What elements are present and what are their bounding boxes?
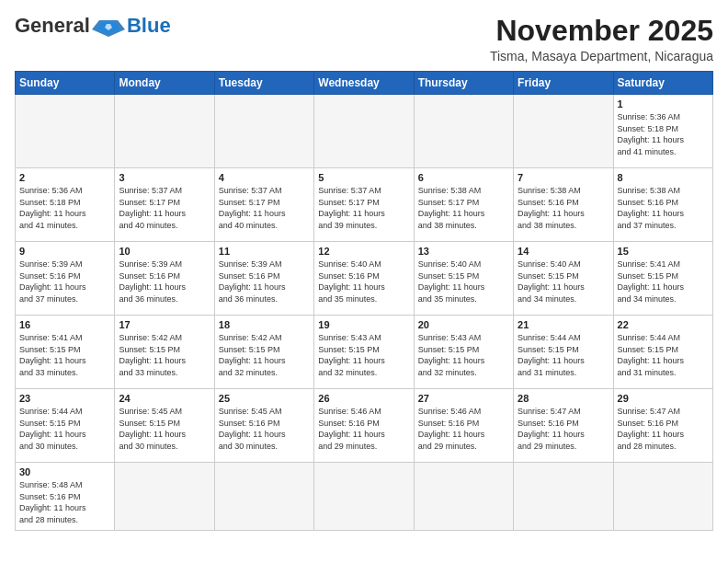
day-info: Sunrise: 5:46 AM Sunset: 5:16 PM Dayligh… — [318, 406, 409, 452]
calendar-cell — [613, 463, 712, 530]
title-area: November 2025 Tisma, Masaya Department, … — [490, 15, 713, 63]
day-info: Sunrise: 5:42 AM Sunset: 5:15 PM Dayligh… — [119, 332, 210, 378]
day-number: 4 — [219, 172, 310, 183]
calendar-cell: 20Sunrise: 5:43 AM Sunset: 5:15 PM Dayli… — [414, 316, 513, 389]
calendar-cell: 24Sunrise: 5:45 AM Sunset: 5:15 PM Dayli… — [115, 389, 214, 463]
calendar-cell: 10Sunrise: 5:39 AM Sunset: 5:16 PM Dayli… — [115, 242, 214, 316]
page-header: General Blue November 2025 Tisma, Masaya… — [15, 15, 713, 63]
day-info: Sunrise: 5:36 AM Sunset: 5:18 PM Dayligh… — [19, 185, 110, 231]
day-info: Sunrise: 5:45 AM Sunset: 5:16 PM Dayligh… — [219, 406, 310, 452]
day-number: 17 — [119, 319, 210, 330]
calendar-cell: 16Sunrise: 5:41 AM Sunset: 5:15 PM Dayli… — [16, 316, 115, 389]
day-info: Sunrise: 5:36 AM Sunset: 5:18 PM Dayligh… — [618, 111, 709, 157]
day-info: Sunrise: 5:38 AM Sunset: 5:17 PM Dayligh… — [418, 185, 509, 231]
calendar-week-5: 23Sunrise: 5:44 AM Sunset: 5:15 PM Dayli… — [16, 389, 713, 463]
day-info: Sunrise: 5:37 AM Sunset: 5:17 PM Dayligh… — [318, 185, 409, 231]
calendar-cell: 19Sunrise: 5:43 AM Sunset: 5:15 PM Dayli… — [314, 316, 414, 389]
calendar-cell: 9Sunrise: 5:39 AM Sunset: 5:16 PM Daylig… — [16, 242, 115, 316]
day-number: 9 — [19, 246, 110, 257]
calendar-week-3: 9Sunrise: 5:39 AM Sunset: 5:16 PM Daylig… — [16, 242, 713, 316]
calendar-week-2: 2Sunrise: 5:36 AM Sunset: 5:18 PM Daylig… — [16, 168, 713, 242]
calendar-week-1: 1Sunrise: 5:36 AM Sunset: 5:18 PM Daylig… — [16, 95, 713, 168]
day-number: 2 — [19, 172, 110, 183]
day-number: 8 — [618, 172, 709, 183]
day-number: 7 — [518, 172, 609, 183]
day-info: Sunrise: 5:44 AM Sunset: 5:15 PM Dayligh… — [518, 332, 609, 378]
day-number: 20 — [418, 319, 509, 330]
day-info: Sunrise: 5:43 AM Sunset: 5:15 PM Dayligh… — [318, 332, 409, 378]
day-info: Sunrise: 5:43 AM Sunset: 5:15 PM Dayligh… — [418, 332, 509, 378]
day-number: 19 — [318, 319, 409, 330]
calendar-week-4: 16Sunrise: 5:41 AM Sunset: 5:15 PM Dayli… — [16, 316, 713, 389]
calendar-cell: 7Sunrise: 5:38 AM Sunset: 5:16 PM Daylig… — [514, 168, 613, 242]
day-info: Sunrise: 5:42 AM Sunset: 5:15 PM Dayligh… — [219, 332, 310, 378]
calendar-cell — [314, 463, 414, 530]
day-number: 23 — [19, 393, 110, 404]
day-info: Sunrise: 5:46 AM Sunset: 5:16 PM Dayligh… — [418, 406, 509, 452]
day-headers-row: SundayMondayTuesdayWednesdayThursdayFrid… — [16, 72, 713, 95]
calendar-week-6: 30Sunrise: 5:48 AM Sunset: 5:16 PM Dayli… — [16, 463, 713, 530]
day-info: Sunrise: 5:44 AM Sunset: 5:15 PM Dayligh… — [618, 332, 709, 378]
day-info: Sunrise: 5:40 AM Sunset: 5:15 PM Dayligh… — [518, 259, 609, 304]
calendar-cell — [214, 95, 313, 168]
day-number: 3 — [119, 172, 210, 183]
logo-blue-text: Blue — [127, 16, 171, 36]
logo-general-text: General — [15, 16, 90, 36]
day-number: 6 — [418, 172, 509, 183]
calendar-cell: 25Sunrise: 5:45 AM Sunset: 5:16 PM Dayli… — [214, 389, 313, 463]
day-number: 25 — [219, 393, 310, 404]
calendar-cell: 22Sunrise: 5:44 AM Sunset: 5:15 PM Dayli… — [613, 316, 712, 389]
day-number: 29 — [618, 393, 709, 404]
calendar-cell: 26Sunrise: 5:46 AM Sunset: 5:16 PM Dayli… — [314, 389, 414, 463]
calendar-cell: 18Sunrise: 5:42 AM Sunset: 5:15 PM Dayli… — [214, 316, 313, 389]
day-info: Sunrise: 5:39 AM Sunset: 5:16 PM Dayligh… — [219, 259, 310, 304]
day-number: 27 — [418, 393, 509, 404]
calendar-cell: 27Sunrise: 5:46 AM Sunset: 5:16 PM Dayli… — [414, 389, 513, 463]
calendar-cell — [314, 95, 414, 168]
calendar-cell: 8Sunrise: 5:38 AM Sunset: 5:16 PM Daylig… — [613, 168, 712, 242]
day-number: 18 — [219, 319, 310, 330]
day-number: 1 — [618, 98, 709, 109]
day-number: 24 — [119, 393, 210, 404]
day-number: 16 — [19, 319, 110, 330]
calendar-cell: 15Sunrise: 5:41 AM Sunset: 5:15 PM Dayli… — [613, 242, 712, 316]
day-header-friday: Friday — [514, 72, 613, 95]
day-header-wednesday: Wednesday — [314, 72, 414, 95]
day-number: 5 — [318, 172, 409, 183]
calendar-cell: 23Sunrise: 5:44 AM Sunset: 5:15 PM Dayli… — [16, 389, 115, 463]
calendar-cell: 5Sunrise: 5:37 AM Sunset: 5:17 PM Daylig… — [314, 168, 414, 242]
day-number: 21 — [518, 319, 609, 330]
day-info: Sunrise: 5:47 AM Sunset: 5:16 PM Dayligh… — [518, 406, 609, 452]
day-number: 14 — [518, 246, 609, 257]
day-info: Sunrise: 5:41 AM Sunset: 5:15 PM Dayligh… — [618, 259, 709, 304]
day-header-thursday: Thursday — [414, 72, 513, 95]
calendar-table: SundayMondayTuesdayWednesdayThursdayFrid… — [15, 71, 713, 530]
calendar-cell: 21Sunrise: 5:44 AM Sunset: 5:15 PM Dayli… — [514, 316, 613, 389]
calendar-cell: 29Sunrise: 5:47 AM Sunset: 5:16 PM Dayli… — [613, 389, 712, 463]
day-number: 15 — [618, 246, 709, 257]
day-number: 13 — [418, 246, 509, 257]
day-info: Sunrise: 5:38 AM Sunset: 5:16 PM Dayligh… — [518, 185, 609, 231]
calendar-cell: 4Sunrise: 5:37 AM Sunset: 5:17 PM Daylig… — [214, 168, 313, 242]
day-info: Sunrise: 5:40 AM Sunset: 5:15 PM Dayligh… — [418, 259, 509, 304]
calendar-cell: 2Sunrise: 5:36 AM Sunset: 5:18 PM Daylig… — [16, 168, 115, 242]
month-title: November 2025 — [490, 15, 713, 47]
day-number: 26 — [318, 393, 409, 404]
calendar-cell — [115, 463, 214, 530]
calendar-cell: 14Sunrise: 5:40 AM Sunset: 5:15 PM Dayli… — [514, 242, 613, 316]
location-subtitle: Tisma, Masaya Department, Nicaragua — [490, 49, 713, 63]
day-number: 10 — [119, 246, 210, 257]
day-number: 22 — [618, 319, 709, 330]
day-info: Sunrise: 5:39 AM Sunset: 5:16 PM Dayligh… — [119, 259, 210, 304]
calendar-cell: 3Sunrise: 5:37 AM Sunset: 5:17 PM Daylig… — [115, 168, 214, 242]
calendar-cell: 11Sunrise: 5:39 AM Sunset: 5:16 PM Dayli… — [214, 242, 313, 316]
day-header-monday: Monday — [115, 72, 214, 95]
calendar-cell — [16, 95, 115, 168]
day-number: 30 — [19, 466, 110, 477]
calendar-cell: 13Sunrise: 5:40 AM Sunset: 5:15 PM Dayli… — [414, 242, 513, 316]
calendar-cell: 30Sunrise: 5:48 AM Sunset: 5:16 PM Dayli… — [16, 463, 115, 530]
logo-icon — [92, 17, 125, 37]
day-header-sunday: Sunday — [16, 72, 115, 95]
day-info: Sunrise: 5:39 AM Sunset: 5:16 PM Dayligh… — [19, 259, 110, 304]
day-header-saturday: Saturday — [613, 72, 712, 95]
